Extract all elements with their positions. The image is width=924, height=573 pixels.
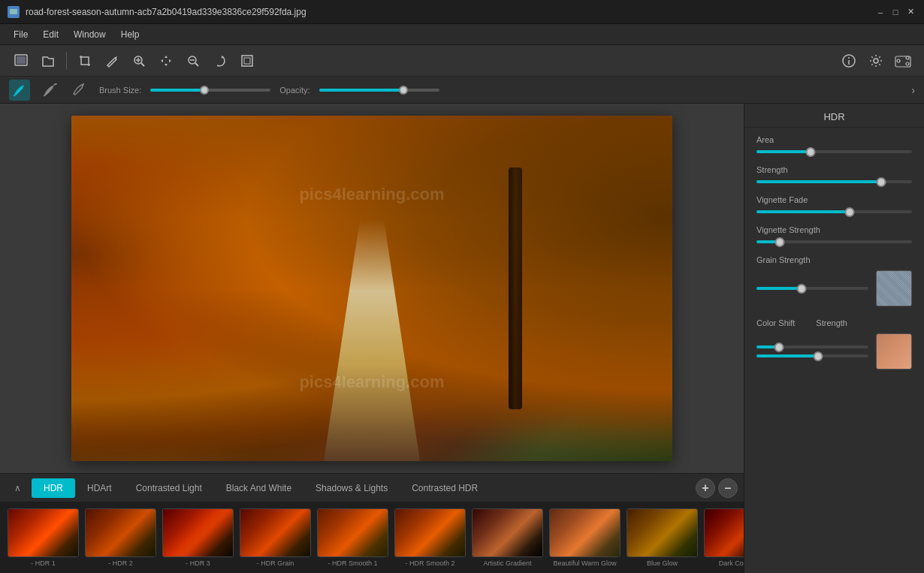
- color-shift-strength-slider[interactable]: [756, 354, 868, 357]
- vignette-strength-label: Vignette Strength: [756, 225, 912, 234]
- canvas-area: pics4learning.com pics4learning.com ∧ HD…: [0, 104, 744, 573]
- vignette-fade-label: Vignette Fade: [756, 195, 912, 204]
- svg-point-17: [848, 57, 850, 59]
- maximize-button[interactable]: □: [889, 6, 901, 18]
- brush-size-label: Brush Size:: [99, 86, 141, 95]
- tool-options-bar: Brush Size: Opacity: ›: [0, 77, 924, 104]
- settings-button[interactable]: [864, 49, 888, 73]
- frame-button[interactable]: [235, 49, 259, 73]
- color-shift-control: Color Shift Strength: [744, 311, 924, 374]
- thumb-hdr1[interactable]: - HDR 1: [6, 507, 80, 568]
- brush-tool-3[interactable]: [69, 80, 90, 101]
- zoom-in-button[interactable]: [127, 49, 151, 73]
- svg-rect-6: [17, 56, 26, 64]
- tab-hdart[interactable]: HDArt: [75, 478, 124, 498]
- zoom-out-button[interactable]: [181, 49, 205, 73]
- share-button[interactable]: [891, 49, 915, 73]
- thumb-blue-glow[interactable]: Blue Glow: [625, 507, 699, 568]
- menu-help[interactable]: Help: [113, 26, 147, 43]
- window-title: road-forest-season-autumn-acb7a2b0419ad3…: [26, 7, 874, 17]
- area-slider[interactable]: [756, 150, 912, 153]
- svg-point-23: [906, 62, 909, 65]
- grain-strength-label: Grain Strength: [756, 255, 912, 264]
- remove-preset-button[interactable]: –: [718, 478, 738, 498]
- opacity-slider[interactable]: [319, 89, 439, 92]
- strength-label-2: Strength: [816, 318, 847, 327]
- strength-control: Strength: [744, 158, 924, 188]
- svg-rect-15: [244, 58, 250, 64]
- opacity-label: Opacity:: [279, 86, 310, 95]
- svg-point-19: [874, 59, 878, 63]
- right-panel: HDR Area Strength Vignette Fade: [744, 104, 924, 573]
- area-label: Area: [756, 135, 912, 144]
- info-button[interactable]: [837, 49, 861, 73]
- crop-button[interactable]: [73, 49, 97, 73]
- brush-size-slider-container: [150, 89, 270, 92]
- color-shift-slider[interactable]: [756, 345, 868, 348]
- tab-black-and-white[interactable]: Black And White: [214, 478, 303, 498]
- svg-line-12: [195, 63, 198, 66]
- brush-tool-1[interactable]: [9, 80, 30, 101]
- pen-button[interactable]: [100, 49, 124, 73]
- thumb-hdr-grain[interactable]: - HDR Grain: [238, 507, 313, 568]
- menu-bar: File Edit Window Help: [0, 24, 924, 45]
- thumb-hdr-smooth1[interactable]: - HDR Smooth 1: [316, 507, 390, 568]
- expand-options-button[interactable]: ›: [911, 84, 915, 96]
- vignette-strength-control: Vignette Strength: [744, 218, 924, 248]
- thumbnails-row: - HDR 1 - HDR 2 - HDR 3 - HDR Grain - HD…: [0, 502, 744, 573]
- main-image: pics4learning.com pics4learning.com: [71, 116, 672, 461]
- redo-button[interactable]: [208, 49, 232, 73]
- thumb-hdr3[interactable]: - HDR 3: [161, 507, 235, 568]
- tab-shadows-lights[interactable]: Shadows & Lights: [303, 478, 400, 498]
- tab-contrasted-light[interactable]: Contrasted Light: [124, 478, 214, 498]
- fit-window-button[interactable]: [9, 49, 33, 73]
- open-file-button[interactable]: [36, 49, 60, 73]
- grain-preview: [876, 270, 912, 306]
- color-shift-preview: [876, 333, 912, 369]
- brush-tool-2[interactable]: [39, 80, 60, 101]
- svg-point-21: [897, 59, 900, 62]
- grain-strength-control: Grain Strength: [744, 248, 924, 311]
- thumb-beautiful-warm-glow[interactable]: Beautiful Warm Glow: [548, 507, 622, 568]
- svg-rect-4: [11, 15, 17, 16]
- vignette-strength-slider[interactable]: [756, 240, 912, 243]
- opacity-slider-container: [319, 89, 439, 92]
- window-controls: – □ ✕: [874, 6, 916, 18]
- vignette-fade-slider[interactable]: [756, 210, 912, 213]
- main-content: pics4learning.com pics4learning.com ∧ HD…: [0, 104, 924, 573]
- strength-slider[interactable]: [756, 180, 912, 183]
- image-container[interactable]: pics4learning.com pics4learning.com: [0, 104, 744, 473]
- strength-label: Strength: [756, 165, 912, 174]
- svg-rect-1: [10, 9, 17, 14]
- svg-rect-14: [242, 56, 252, 66]
- panel-title: HDR: [744, 104, 924, 128]
- brush-size-slider[interactable]: [150, 89, 270, 92]
- menu-edit[interactable]: Edit: [35, 26, 66, 43]
- add-preset-button[interactable]: +: [696, 478, 715, 498]
- tab-hdr[interactable]: HDR: [32, 478, 75, 498]
- svg-line-8: [141, 63, 144, 66]
- filter-tabs: ∧ HDR HDArt Contrasted Light Black And W…: [0, 473, 744, 502]
- collapse-panel-button[interactable]: ∧: [6, 477, 29, 499]
- tab-contrasted-hdr[interactable]: Contrasted HDR: [400, 478, 490, 498]
- svg-point-22: [906, 56, 909, 59]
- color-shift-label: Color Shift: [756, 318, 795, 327]
- minimize-button[interactable]: –: [874, 6, 886, 18]
- grain-strength-slider[interactable]: [756, 287, 868, 290]
- toolbar: [0, 45, 924, 77]
- thumb-hdr2[interactable]: - HDR 2: [83, 507, 158, 568]
- tab-actions: + –: [696, 478, 738, 498]
- vignette-fade-control: Vignette Fade: [744, 188, 924, 218]
- svg-line-24: [54, 83, 57, 85]
- menu-file[interactable]: File: [6, 26, 35, 43]
- menu-window[interactable]: Window: [66, 26, 113, 43]
- thumb-artistic-gradient[interactable]: Artistic Gradient: [470, 507, 545, 568]
- toolbar-divider-1: [66, 52, 67, 70]
- thumb-hdr-smooth2[interactable]: - HDR Smooth 2: [393, 507, 467, 568]
- close-button[interactable]: ✕: [904, 6, 916, 18]
- move-button[interactable]: [154, 49, 178, 73]
- title-bar: road-forest-season-autumn-acb7a2b0419ad3…: [0, 0, 924, 24]
- app-icon: [8, 6, 20, 18]
- thumb-dark-contrast[interactable]: Dark Contrast: [702, 507, 744, 568]
- area-control: Area: [744, 128, 924, 158]
